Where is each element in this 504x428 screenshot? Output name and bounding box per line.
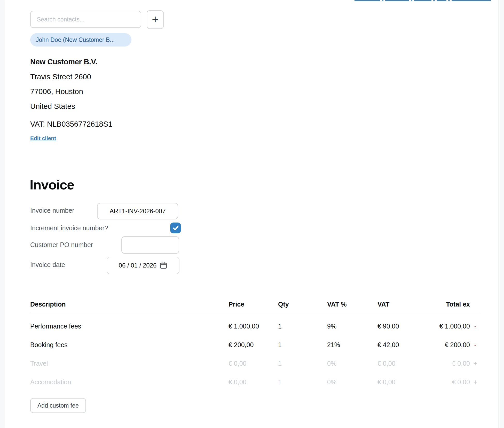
contact-chip-label: John Doe (New Customer B... xyxy=(36,36,115,43)
selected-contact-chip[interactable]: John Doe (New Customer B... xyxy=(30,33,131,47)
fee-price: € 0,00 xyxy=(229,360,278,367)
fee-total-ex: € 0,00 xyxy=(416,360,470,367)
checkmark-icon xyxy=(172,224,179,232)
truncated-link-underline[interactable] xyxy=(414,0,431,1)
link-separator xyxy=(448,0,450,1)
fee-total-ex: € 200,00 xyxy=(416,341,470,349)
increment-invoice-label: Increment invoice number? xyxy=(30,224,108,232)
customer-po-input[interactable] xyxy=(121,236,179,254)
link-separator xyxy=(411,0,412,1)
search-contacts-input[interactable] xyxy=(30,11,141,28)
fee-description: Performance fees xyxy=(30,323,229,330)
invoice-number-input[interactable] xyxy=(97,203,178,219)
fee-vat-percent: 0% xyxy=(327,360,377,367)
fee-qty: 1 xyxy=(278,323,327,330)
table-row-travel: Travel € 0,00 1 0% € 0,00 € 0,00 + xyxy=(30,354,480,373)
client-vat-number: VAT: NLB0356772618S1 xyxy=(30,120,112,128)
fees-table-body: Performance fees € 1.000,00 1 9% € 90,00… xyxy=(30,313,480,391)
table-row-accomodation: Accomodation € 0,00 1 0% € 0,00 € 0,00 + xyxy=(30,373,480,391)
fee-price: € 1.000,00 xyxy=(229,323,278,330)
col-header-total-ex: Total ex xyxy=(416,301,470,308)
fee-description: Booking fees xyxy=(30,341,229,349)
fee-price: € 200,00 xyxy=(229,341,278,349)
page-title: Invoice xyxy=(30,177,74,193)
truncated-link-underline[interactable] xyxy=(437,0,446,1)
col-header-vat: VAT xyxy=(377,301,416,308)
increment-checkbox[interactable] xyxy=(170,223,181,233)
truncated-link-underline[interactable] xyxy=(355,0,380,1)
client-address-country: United States xyxy=(30,102,75,111)
remove-fee-button[interactable]: - xyxy=(470,341,480,349)
fee-vat-percent: 0% xyxy=(327,378,377,386)
add-fee-button[interactable]: + xyxy=(470,360,480,368)
invoice-date-label: Invoice date xyxy=(30,261,65,269)
link-separator xyxy=(382,0,383,1)
invoice-number-label: Invoice number xyxy=(30,207,74,214)
fee-qty: 1 xyxy=(278,360,327,367)
invoice-date-input[interactable]: 06 / 01 / 2026 xyxy=(107,257,179,274)
edit-client-link[interactable]: Edit client xyxy=(30,135,56,141)
customer-po-label: Customer PO number xyxy=(30,241,93,249)
fees-table: Description Price Qty VAT % VAT Total ex… xyxy=(30,296,480,391)
col-header-vat-percent: VAT % xyxy=(327,301,377,308)
fee-qty: 1 xyxy=(278,341,327,349)
invoice-date-value: 06 / 01 / 2026 xyxy=(119,262,157,269)
add-custom-fee-button[interactable]: Add custom fee xyxy=(30,398,86,413)
fee-total-ex: € 0,00 xyxy=(416,378,470,386)
fee-price: € 0,00 xyxy=(229,378,278,386)
client-address-street: Travis Street 2600 xyxy=(30,72,91,81)
fee-vat: € 0,00 xyxy=(377,360,416,367)
col-header-description: Description xyxy=(30,301,229,308)
client-company-name: New Customer B.V. xyxy=(30,57,97,66)
fee-description: Travel xyxy=(30,360,229,367)
fee-description: Accomodation xyxy=(30,378,229,386)
fees-table-header: Description Price Qty VAT % VAT Total ex xyxy=(30,296,480,313)
fee-vat-percent: 9% xyxy=(327,323,377,330)
table-row-performance-fees: Performance fees € 1.000,00 1 9% € 90,00… xyxy=(30,317,480,335)
truncated-links-row[interactable] xyxy=(355,0,491,2)
client-address-city: 77006, Houston xyxy=(30,87,83,96)
invoice-page-panel: + John Doe (New Customer B... New Custom… xyxy=(5,0,498,428)
fee-vat-percent: 21% xyxy=(327,341,377,349)
table-row-booking-fees: Booking fees € 200,00 1 21% € 42,00 € 20… xyxy=(30,335,480,354)
fee-qty: 1 xyxy=(278,378,327,386)
fee-vat: € 90,00 xyxy=(377,323,416,330)
add-contact-button[interactable]: + xyxy=(147,10,164,29)
col-header-qty: Qty xyxy=(278,301,327,308)
fee-total-ex: € 1.000,00 xyxy=(416,323,470,330)
truncated-link-underline[interactable] xyxy=(385,0,409,1)
fee-vat: € 42,00 xyxy=(377,341,416,349)
add-fee-button[interactable]: + xyxy=(470,378,480,386)
remove-fee-button[interactable]: - xyxy=(470,322,480,330)
link-separator xyxy=(433,0,435,1)
col-header-price: Price xyxy=(229,301,278,308)
truncated-link-underline[interactable] xyxy=(452,0,491,1)
plus-icon: + xyxy=(152,14,159,25)
calendar-icon[interactable] xyxy=(160,262,167,269)
fee-vat: € 0,00 xyxy=(377,378,416,386)
